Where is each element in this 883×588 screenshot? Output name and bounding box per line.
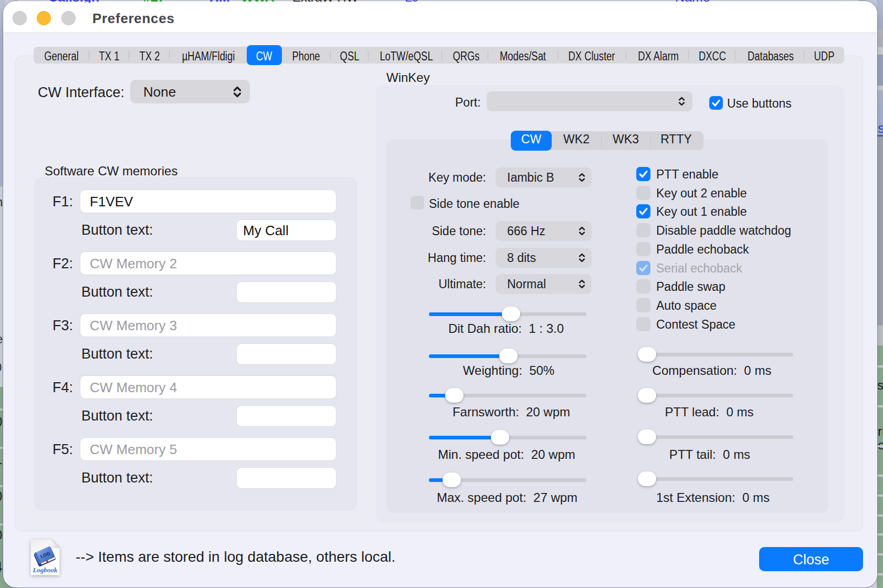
svg-text:Logbook: Logbook	[33, 566, 58, 574]
